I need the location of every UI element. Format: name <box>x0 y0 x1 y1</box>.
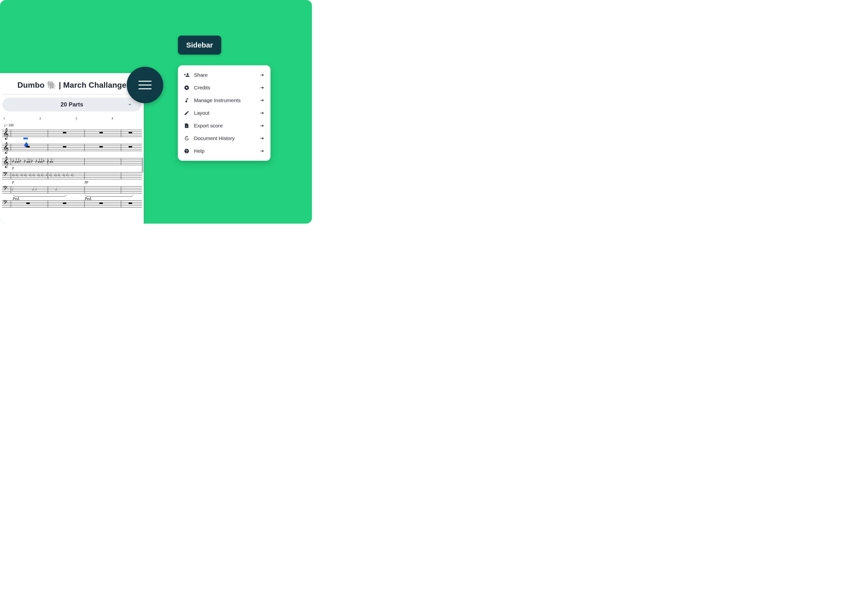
bar-number: 3 <box>75 117 112 120</box>
notes-row: 𝅗𝅥 𝅘𝅥 𝅗𝅥 𝅘𝅥 <box>12 186 141 195</box>
treble-clef-icon: 𝄞 <box>3 128 9 139</box>
menu-item-label: Layout <box>194 110 255 116</box>
sidebar-menu: Share Credits Manage Instruments Layout <box>178 65 270 161</box>
bar-number: 4 <box>112 117 144 120</box>
hamburger-icon <box>137 79 153 91</box>
sidebar-title-pill: Sidebar <box>178 36 221 55</box>
sidebar-item-help[interactable]: Help <box>178 145 270 158</box>
open-sidebar-button[interactable] <box>127 67 163 103</box>
history-icon <box>184 136 190 141</box>
tempo-mark: ♩= 100 <box>2 122 142 128</box>
svg-point-10 <box>184 149 189 153</box>
sidebar-item-document-history[interactable]: Document History <box>178 132 270 145</box>
bar-number-row: 1 2 3 4 <box>2 115 142 122</box>
score-panel: Dumbo 🐘 | March Challange 20 Parts 1 2 3… <box>0 73 144 224</box>
dynamic-p: p <box>12 180 14 184</box>
bass-clef-icon: 𝄢 <box>3 199 8 207</box>
notes-row: ♪𝅘𝅥𝅘𝅥 𝅘𝅥𝅘𝅥 ♪ ♪𝅘𝅥𝅘𝅥 𝅘𝅥𝅘𝅥 ♪ ♪𝅘𝅥𝅘𝅥 𝅘𝅥𝅘𝅥 ♪ ♪… <box>12 158 141 166</box>
parts-dropdown-label: 20 Parts <box>61 101 83 108</box>
arrow-right-icon <box>260 111 265 115</box>
staff-treble-3[interactable]: 𝄞 ♪𝅘𝅥𝅘𝅥 𝅘𝅥𝅘𝅥 ♪ ♪𝅘𝅥𝅘𝅥 𝅘𝅥𝅘𝅥 ♪ ♪𝅘𝅥𝅘𝅥 𝅘𝅥𝅘𝅥 ♪… <box>2 157 142 166</box>
tie-arc <box>85 193 134 196</box>
vertical-scrollbar[interactable] <box>142 158 143 173</box>
menu-item-label: Export score <box>194 123 255 129</box>
staff-bass-3[interactable]: 𝄢 <box>2 199 142 209</box>
parts-dropdown[interactable]: 20 Parts <box>2 98 141 111</box>
sidebar-item-share[interactable]: Share <box>178 69 270 81</box>
star-circle-icon <box>184 85 190 90</box>
person-plus-icon <box>184 72 190 78</box>
menu-item-label: Manage Instruments <box>194 97 255 103</box>
bar-number: 1 <box>3 117 39 120</box>
arrow-right-icon <box>260 123 265 128</box>
file-download-icon <box>184 123 190 129</box>
chevron-down-icon <box>128 102 132 107</box>
arrow-right-icon <box>260 85 265 90</box>
tie-arc <box>13 193 67 196</box>
sidebar-item-layout[interactable]: Layout <box>178 107 270 119</box>
menu-item-label: Credits <box>194 85 255 90</box>
sidebar-item-manage-instruments[interactable]: Manage Instruments <box>178 94 270 107</box>
sidebar-item-credits[interactable]: Credits <box>178 81 270 94</box>
music-note-icon <box>184 97 190 103</box>
score-body[interactable]: 1 2 3 4 ♩= 100 𝄞 𝄞 <box>0 114 144 209</box>
staff-bass-2[interactable]: 𝄢 𝅗𝅥 𝅘𝅥 𝅗𝅥 𝅘𝅥 Ped. Ped. <box>2 185 142 195</box>
help-circle-icon <box>184 148 190 154</box>
score-title: Dumbo 🐘 | March Challange <box>0 73 144 94</box>
arrow-right-icon <box>260 148 265 153</box>
menu-item-label: Document History <box>194 136 255 141</box>
sidebar-item-export-score[interactable]: Export score <box>178 119 270 132</box>
arrow-right-icon <box>260 73 265 78</box>
treble-clef-icon: 𝄞 <box>3 142 9 153</box>
menu-item-label: Help <box>194 148 255 154</box>
menu-item-label: Share <box>194 72 255 78</box>
staff-treble-2[interactable]: 𝄞 <box>2 142 142 152</box>
notes-row: ♫♫ ♫♫ ♫♫ ♫♫ ♫♫ ♫♫ ♫♫ ♫ <box>12 172 141 181</box>
dynamic-p: p <box>12 166 14 170</box>
arrow-right-icon <box>260 98 265 103</box>
treble-clef-icon: 𝄞 <box>3 156 9 168</box>
title-divider <box>2 94 142 94</box>
dynamic-pp: pp <box>85 180 88 184</box>
bass-clef-icon: 𝄢 <box>3 171 8 179</box>
app-stage: Dumbo 🐘 | March Challange 20 Parts 1 2 3… <box>0 0 312 224</box>
pencil-icon <box>184 110 190 116</box>
bass-clef-icon: 𝄢 <box>3 185 8 193</box>
staff-bass-1[interactable]: 𝄢 ♫♫ ♫♫ ♫♫ ♫♫ ♫♫ ♫♫ ♫♫ ♫ p pp <box>2 171 142 181</box>
bar-number: 2 <box>39 117 75 120</box>
arrow-right-icon <box>260 136 265 141</box>
staff-treble-1[interactable]: 𝄞 <box>2 128 142 138</box>
staff-system: 𝄞 𝄞 𝄞 ♪𝅘𝅥𝅘𝅥 𝅘𝅥𝅘𝅥 ♪ ♪𝅘𝅥𝅘𝅥 𝅘𝅥𝅘𝅥 ♪ ♪𝅘𝅥𝅘𝅥 𝅘𝅥… <box>2 128 142 209</box>
